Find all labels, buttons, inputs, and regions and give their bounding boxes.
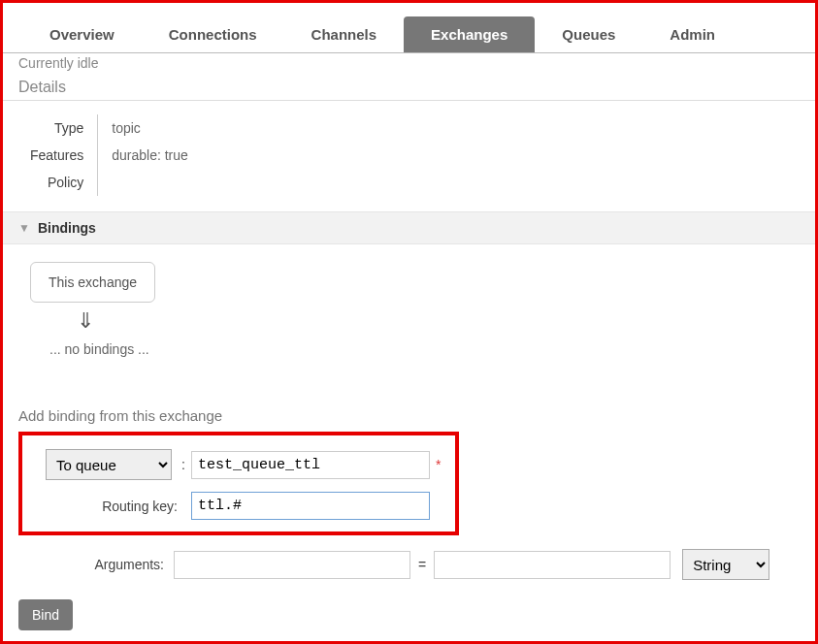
tab-connections[interactable]: Connections xyxy=(142,16,284,52)
routing-key-input[interactable] xyxy=(191,492,430,520)
details-features-value: durable: true xyxy=(98,142,188,169)
arguments-row: Arguments: = String xyxy=(18,549,815,580)
details-type-value: topic xyxy=(98,114,188,142)
destination-type-select[interactable]: To queue xyxy=(46,449,172,480)
argument-value-input[interactable] xyxy=(434,551,671,579)
colon: : xyxy=(178,457,191,472)
details-heading: Details xyxy=(3,75,815,101)
tab-channels[interactable]: Channels xyxy=(284,16,405,52)
destination-name-input[interactable] xyxy=(191,451,430,479)
equals-sign: = xyxy=(410,557,434,572)
status-text: Currently idle xyxy=(3,53,815,75)
arrow-down-icon: ⇓ xyxy=(77,308,815,334)
bindings-body: This exchange ⇓ ... no bindings ... xyxy=(3,244,815,357)
tab-exchanges[interactable]: Exchanges xyxy=(404,16,535,52)
tab-admin[interactable]: Admin xyxy=(642,16,742,52)
details-features-label: Features xyxy=(30,142,98,169)
details-policy-value xyxy=(98,169,188,196)
argument-key-input[interactable] xyxy=(174,551,410,579)
argument-type-select[interactable]: String xyxy=(682,549,769,580)
tab-queues[interactable]: Queues xyxy=(535,16,642,52)
details-type-label: Type xyxy=(30,114,98,142)
bind-button[interactable]: Bind xyxy=(18,599,73,630)
details-table: Type topic Features durable: true Policy xyxy=(30,114,188,196)
bindings-header[interactable]: ▼ Bindings xyxy=(3,211,815,244)
details-policy-label: Policy xyxy=(30,169,98,196)
top-tabs: Overview Connections Channels Exchanges … xyxy=(3,16,815,53)
bindings-heading: Bindings xyxy=(38,220,96,236)
routing-key-label: Routing key: xyxy=(102,499,178,514)
add-binding-highlight: To queue : * Routing key: : xyxy=(18,432,459,535)
this-exchange-box: This exchange xyxy=(30,262,155,303)
tab-overview[interactable]: Overview xyxy=(22,16,142,52)
add-binding-heading: Add binding from this exchange xyxy=(3,378,815,432)
chevron-down-icon: ▼ xyxy=(18,221,30,235)
no-bindings-text: ... no bindings ... xyxy=(49,341,815,357)
required-mark: * xyxy=(430,457,441,472)
page-frame: Overview Connections Channels Exchanges … xyxy=(0,0,818,644)
arguments-label: Arguments: xyxy=(18,557,174,572)
